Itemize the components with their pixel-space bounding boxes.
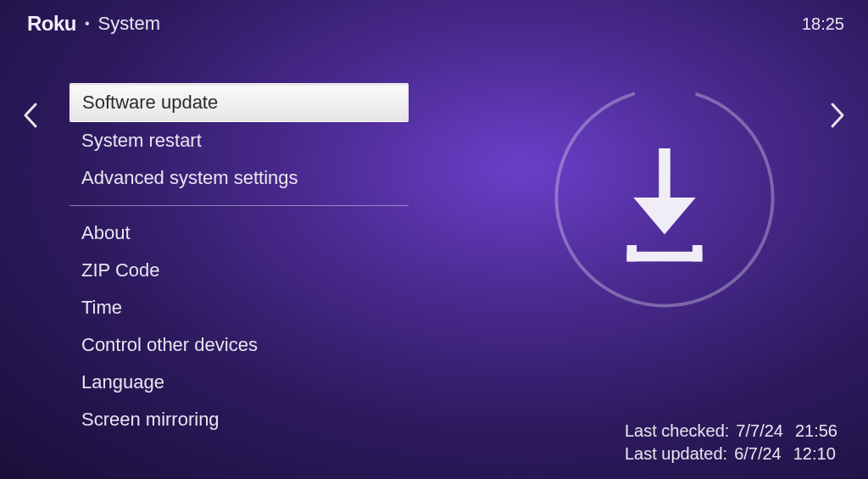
detail-panel <box>520 75 809 320</box>
nav-forward-button[interactable] <box>819 97 856 134</box>
logo: Roku <box>27 12 76 36</box>
menu-item-language[interactable]: Language <box>70 364 409 401</box>
system-menu: Software update System restart Advanced … <box>70 83 409 479</box>
last-updated-date: 6/7/24 <box>734 443 782 465</box>
svg-marker-1 <box>633 198 695 235</box>
last-checked-label: Last checked: <box>625 420 729 443</box>
last-checked-time: 21:56 <box>795 420 837 443</box>
page-title: System <box>98 13 160 35</box>
menu-item-software-update[interactable]: Software update <box>70 83 409 122</box>
last-updated-label: Last updated: <box>625 443 727 465</box>
svg-rect-4 <box>627 252 703 262</box>
last-updated-time: 12:10 <box>793 443 836 465</box>
header-left: Roku • System <box>27 12 160 36</box>
menu-item-about[interactable]: About <box>70 214 409 252</box>
last-updated-row: Last updated: 6/7/24 12:10 <box>625 443 837 465</box>
menu-item-control-other-devices[interactable]: Control other devices <box>70 326 409 364</box>
menu-item-time[interactable]: Time <box>70 289 409 326</box>
dot-separator: • <box>85 16 90 31</box>
chevron-left-icon <box>21 101 40 130</box>
menu-item-screen-mirroring[interactable]: Screen mirroring <box>70 401 409 438</box>
menu-divider <box>70 205 409 206</box>
menu-item-advanced-system-settings[interactable]: Advanced system settings <box>70 159 409 197</box>
clock: 18:25 <box>802 14 844 34</box>
last-checked-row: Last checked: 7/7/24 21:56 <box>625 420 837 443</box>
nav-back-button[interactable] <box>12 97 49 134</box>
menu-item-zip-code[interactable]: ZIP Code <box>70 252 409 289</box>
menu-item-system-restart[interactable]: System restart <box>70 122 409 159</box>
last-checked-date: 7/7/24 <box>736 420 783 443</box>
update-status: Last checked: 7/7/24 21:56 Last updated:… <box>625 420 837 465</box>
header: Roku • System 18:25 <box>0 0 868 36</box>
download-icon <box>542 75 787 320</box>
chevron-right-icon <box>828 101 847 130</box>
body: Software update System restart Advanced … <box>0 83 868 479</box>
